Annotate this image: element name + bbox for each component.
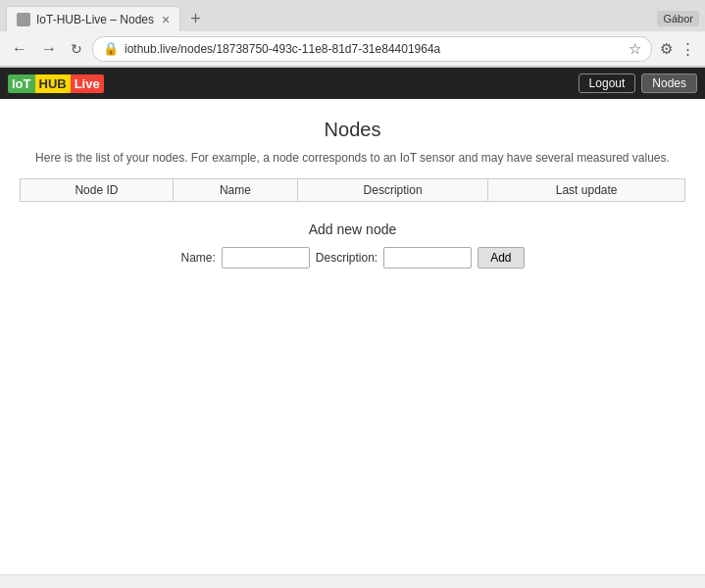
description-input[interactable] xyxy=(383,247,472,269)
brand-live: Live xyxy=(71,74,104,93)
add-node-form: Name: Description: Add xyxy=(20,247,685,269)
active-tab[interactable]: IoT-HUB-Live – Nodes × xyxy=(6,6,180,31)
bookmark-icon[interactable]: ☆ xyxy=(629,40,641,58)
tab-favicon xyxy=(17,13,30,26)
tab-bar: IoT-HUB-Live – Nodes × + Gábor xyxy=(0,0,705,31)
col-description: Description xyxy=(298,179,488,202)
page-subtitle: Here is the list of your nodes. For exam… xyxy=(20,151,685,165)
main-content: Nodes Here is the list of your nodes. Fo… xyxy=(0,99,705,288)
name-input[interactable] xyxy=(222,247,310,269)
app-header: IoT HUB Live Logout Nodes xyxy=(0,68,705,99)
address-bar[interactable]: 🔒 iothub.live/nodes/18738750-493c-11e8-8… xyxy=(92,36,652,62)
menu-button[interactable]: ⋮ xyxy=(679,38,697,60)
add-node-title: Add new node xyxy=(20,221,685,237)
back-button[interactable]: ← xyxy=(8,38,31,60)
brand-logo: IoT HUB Live xyxy=(8,74,104,93)
brand-iot: IoT xyxy=(8,74,35,93)
nav-bar: ← → ↻ 🔒 iothub.live/nodes/18738750-493c-… xyxy=(0,31,705,67)
extensions-button[interactable]: ⚙ xyxy=(658,38,675,60)
bottom-scrollbar[interactable] xyxy=(0,574,705,588)
col-last-update: Last update xyxy=(488,179,685,202)
reload-button[interactable]: ↻ xyxy=(67,39,86,59)
logout-button[interactable]: Logout xyxy=(579,74,636,93)
address-text: iothub.live/nodes/18738750-493c-11e8-81d… xyxy=(125,42,623,56)
col-name: Name xyxy=(173,179,297,202)
nodes-button[interactable]: Nodes xyxy=(641,74,697,93)
forward-button[interactable]: → xyxy=(37,38,61,60)
name-label: Name: xyxy=(180,251,215,265)
tab-close-button[interactable]: × xyxy=(162,13,170,26)
col-node-id: Node ID xyxy=(21,179,174,202)
ssl-lock-icon: 🔒 xyxy=(103,41,119,56)
user-badge: Gábor xyxy=(657,11,699,26)
nav-icons: ⚙ ⋮ xyxy=(658,38,697,60)
brand-hub: HUB xyxy=(35,74,71,93)
tab-title: IoT-HUB-Live – Nodes xyxy=(36,13,154,26)
browser-chrome: IoT-HUB-Live – Nodes × + Gábor ← → ↻ 🔒 i… xyxy=(0,0,705,68)
new-tab-button[interactable]: + xyxy=(184,9,207,29)
table-header-row: Node ID Name Description Last update xyxy=(21,179,685,202)
description-label: Description: xyxy=(316,251,378,265)
nodes-table: Node ID Name Description Last update xyxy=(20,178,685,202)
page-title: Nodes xyxy=(20,119,685,141)
add-node-button[interactable]: Add xyxy=(478,247,524,269)
